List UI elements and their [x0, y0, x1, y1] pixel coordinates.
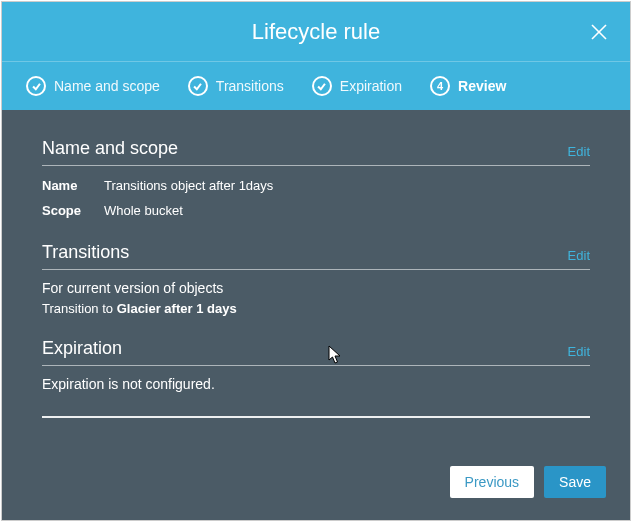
dialog-content: Name and scope Edit Name Transitions obj… — [2, 110, 630, 452]
step-label: Transitions — [216, 78, 284, 94]
step-expiration[interactable]: Expiration — [298, 76, 416, 96]
scope-label: Scope — [42, 201, 92, 221]
section-title: Expiration — [42, 338, 122, 359]
dialog-footer: Previous Save — [2, 452, 630, 520]
content-divider — [42, 416, 590, 418]
name-row: Name Transitions object after 1days — [42, 176, 590, 196]
edit-name-and-scope-link[interactable]: Edit — [568, 144, 590, 159]
previous-button[interactable]: Previous — [450, 466, 534, 498]
section-name-and-scope: Name and scope Edit Name Transitions obj… — [42, 138, 590, 220]
edit-expiration-link[interactable]: Edit — [568, 344, 590, 359]
save-button[interactable]: Save — [544, 466, 606, 498]
section-title: Transitions — [42, 242, 129, 263]
close-icon — [589, 22, 609, 42]
name-label: Name — [42, 176, 92, 196]
dialog-header: Lifecycle rule Name and scope Transition… — [2, 2, 630, 110]
name-value: Transitions object after 1days — [104, 176, 273, 196]
section-transitions: Transitions Edit For current version of … — [42, 242, 590, 316]
transitions-detail-value: Glacier after 1 days — [117, 301, 237, 316]
transitions-detail: Transition to Glacier after 1 days — [42, 301, 590, 316]
check-icon — [312, 76, 332, 96]
section-title: Name and scope — [42, 138, 178, 159]
wizard-steps: Name and scope Transitions Expiration 4 … — [2, 62, 630, 110]
lifecycle-rule-dialog: Lifecycle rule Name and scope Transition… — [2, 2, 630, 520]
check-icon — [188, 76, 208, 96]
dialog-title: Lifecycle rule — [252, 19, 380, 45]
step-label: Name and scope — [54, 78, 160, 94]
step-label: Review — [458, 78, 506, 94]
title-row: Lifecycle rule — [2, 2, 630, 62]
expiration-message: Expiration is not configured. — [42, 376, 590, 392]
transitions-detail-prefix: Transition to — [42, 301, 117, 316]
step-transitions[interactable]: Transitions — [174, 76, 298, 96]
scope-value: Whole bucket — [104, 201, 183, 221]
step-name-and-scope[interactable]: Name and scope — [12, 76, 174, 96]
step-label: Expiration — [340, 78, 402, 94]
section-expiration: Expiration Edit Expiration is not config… — [42, 338, 590, 392]
step-review[interactable]: 4 Review — [416, 76, 520, 96]
check-icon — [26, 76, 46, 96]
step-number-icon: 4 — [430, 76, 450, 96]
scope-row: Scope Whole bucket — [42, 201, 590, 221]
transitions-subhead: For current version of objects — [42, 280, 590, 296]
close-button[interactable] — [586, 19, 612, 45]
edit-transitions-link[interactable]: Edit — [568, 248, 590, 263]
